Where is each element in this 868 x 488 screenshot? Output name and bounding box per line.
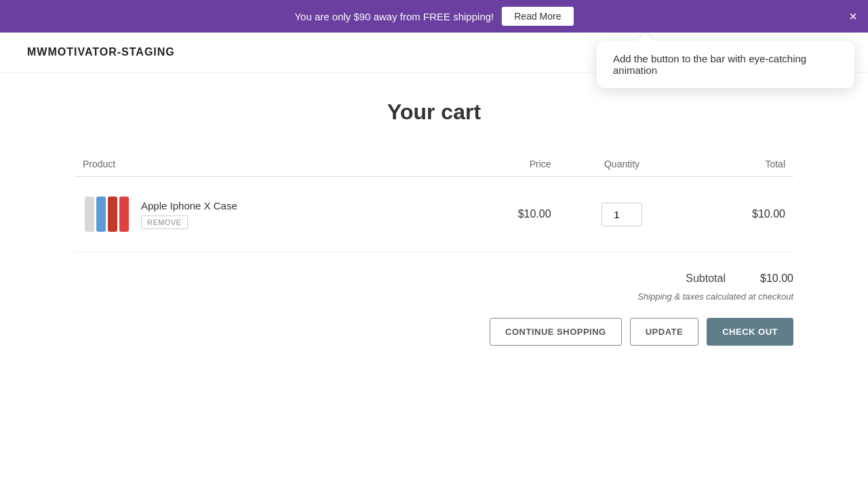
read-more-button[interactable]: Read More: [502, 7, 573, 26]
product-info: Apple Iphone X Case REMOVE: [141, 200, 237, 229]
subtotal-value: $10.00: [753, 272, 793, 285]
announcement-bar: You are only $90 away from FREE shipping…: [0, 0, 868, 33]
product-name: Apple Iphone X Case: [141, 200, 237, 211]
main-content: Your cart Product Price Quantity Total: [61, 73, 807, 373]
shipping-note: Shipping & taxes calculated at checkout: [75, 291, 793, 302]
close-announcement-button[interactable]: ×: [849, 9, 857, 23]
announcement-text: You are only $90 away from FREE shipping…: [294, 11, 494, 22]
col-price: Price: [450, 152, 559, 177]
checkout-button[interactable]: CHECK OUT: [707, 318, 793, 346]
col-total: Total: [684, 152, 793, 177]
cart-table: Product Price Quantity Total: [75, 152, 793, 252]
table-row: Apple Iphone X Case REMOVE $10.00 $10.00: [75, 177, 793, 252]
product-total: $10.00: [684, 177, 793, 252]
subtotal-label: Subtotal: [686, 272, 726, 285]
product-image: [83, 190, 130, 238]
col-quantity: Quantity: [559, 152, 685, 177]
col-product: Product: [75, 152, 450, 177]
product-cell: Apple Iphone X Case REMOVE: [75, 177, 450, 252]
tooltip-text: Add the button to the bar with eye-catch…: [613, 53, 806, 76]
product-price: $10.00: [450, 177, 559, 252]
quantity-input[interactable]: [601, 203, 642, 226]
subtotal-area: Subtotal $10.00 Shipping & taxes calcula…: [75, 272, 793, 346]
tooltip-bubble: Add the button to the bar with eye-catch…: [597, 41, 854, 88]
tooltip-container: Add the button to the bar with eye-catch…: [597, 41, 854, 88]
cart-actions: CONTINUE SHOPPING UPDATE CHECK OUT: [75, 318, 793, 346]
logo[interactable]: MWMOTIVATOR-STAGING: [27, 46, 175, 58]
page-title: Your cart: [75, 100, 793, 125]
quantity-cell[interactable]: [559, 177, 685, 252]
subtotal-row: Subtotal $10.00: [75, 272, 793, 285]
remove-button[interactable]: REMOVE: [141, 216, 188, 229]
continue-shopping-button[interactable]: CONTINUE SHOPPING: [490, 318, 622, 346]
update-button[interactable]: UPDATE: [630, 318, 698, 346]
